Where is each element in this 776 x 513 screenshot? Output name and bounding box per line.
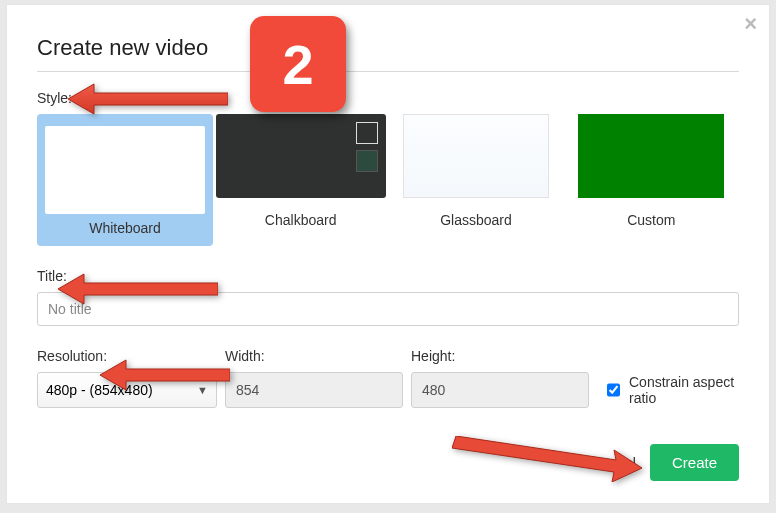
style-option-glassboard[interactable]: Glassboard xyxy=(388,114,563,246)
height-input[interactable] xyxy=(411,372,589,408)
annotation-arrow-icon xyxy=(58,272,218,306)
color-swatch xyxy=(356,122,378,144)
glassboard-preview xyxy=(403,114,549,198)
style-option-label: Chalkboard xyxy=(265,212,337,234)
custom-preview xyxy=(578,114,724,198)
style-option-label: Custom xyxy=(627,212,675,234)
width-label: Width: xyxy=(225,348,403,364)
divider xyxy=(37,71,739,72)
annotation-arrow-icon xyxy=(100,358,230,392)
style-option-label: Glassboard xyxy=(440,212,512,234)
constrain-aspect-checkbox[interactable] xyxy=(607,383,620,397)
svg-marker-0 xyxy=(68,84,228,114)
color-swatch xyxy=(356,150,378,172)
style-option-label: Whiteboard xyxy=(45,220,205,242)
svg-marker-1 xyxy=(58,274,218,304)
constrain-aspect-label: Constrain aspect ratio xyxy=(629,374,739,406)
annotation-step-badge: 2 xyxy=(250,16,346,112)
annotation-arrow-icon xyxy=(452,436,642,482)
style-option-whiteboard[interactable]: Whiteboard xyxy=(37,114,213,246)
svg-marker-3 xyxy=(452,436,642,482)
width-input[interactable] xyxy=(225,372,403,408)
height-label: Height: xyxy=(411,348,589,364)
svg-marker-2 xyxy=(100,360,230,390)
style-option-custom[interactable]: Custom xyxy=(564,114,739,246)
constrain-aspect-wrap[interactable]: Constrain aspect ratio xyxy=(603,372,739,408)
create-video-dialog: × Create new video Style: Whiteboard Cha… xyxy=(6,4,770,504)
close-icon[interactable]: × xyxy=(744,13,757,35)
dialog-title: Create new video xyxy=(37,35,739,61)
style-option-chalkboard[interactable]: Chalkboard xyxy=(213,114,388,246)
annotation-arrow-icon xyxy=(68,82,228,116)
chalkboard-preview xyxy=(216,114,386,198)
style-options: Whiteboard Chalkboard Glassboard Custom xyxy=(37,114,739,246)
create-button[interactable]: Create xyxy=(650,444,739,481)
